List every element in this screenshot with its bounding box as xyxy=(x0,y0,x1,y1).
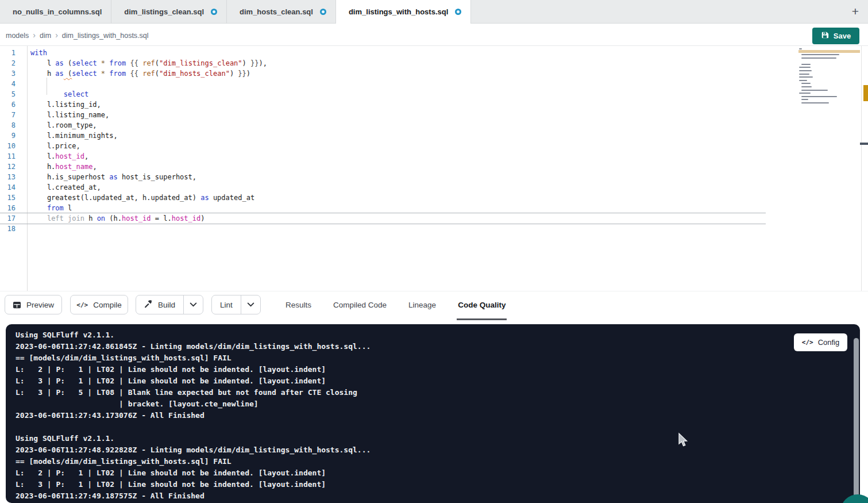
code-token: * xyxy=(101,59,105,67)
terminal-scrollbar[interactable] xyxy=(854,338,859,503)
file-tab[interactable]: dim_listings_with_hosts.sql xyxy=(336,0,471,24)
code-line[interactable]: 16 from l xyxy=(0,203,766,213)
file-tab[interactable]: no_nulls_in_columns.sql xyxy=(0,0,111,24)
code-token: l.minimum_nights, xyxy=(30,132,118,140)
save-button[interactable]: Save xyxy=(812,28,859,44)
preview-button[interactable]: Preview xyxy=(5,295,62,314)
unsaved-changes-icon xyxy=(455,9,461,15)
code-token xyxy=(30,90,64,98)
code-line[interactable]: 18 xyxy=(0,224,766,234)
code-line[interactable]: 17 left join h on (h.host_id = l.host_id… xyxy=(0,213,766,224)
file-tab-bar: no_nulls_in_columns.sqldim_listings_clea… xyxy=(0,0,868,24)
minimap-line xyxy=(799,76,813,78)
code-token: l.price, xyxy=(30,142,80,150)
terminal-line: == [models/dim/dim_listings_with_hosts.s… xyxy=(16,352,371,364)
code-line[interactable]: 5 select xyxy=(0,89,766,99)
code-line[interactable]: 3 h as (select * from {{ ref("dim_hosts_… xyxy=(0,68,766,79)
overview-ruler-cursor-marker[interactable] xyxy=(860,143,868,145)
code-token: l.room_type, xyxy=(30,121,97,129)
code-line[interactable]: 9 l.minimum_nights, xyxy=(0,130,766,141)
code-line[interactable]: 13 h.is_superhost as host_is_superhost, xyxy=(0,172,766,182)
line-number: 8 xyxy=(0,120,27,130)
terminal-line: L: 3 | P: 1 | LT02 | Line should not be … xyxy=(16,479,371,490)
code-token: , xyxy=(84,152,88,160)
terminal-output: Using SQLFluff v2.1.1.2023-06-06T11:27:4… xyxy=(16,329,371,502)
panel-tab-lineage[interactable]: Lineage xyxy=(407,291,437,320)
overview-ruler-separator xyxy=(861,46,862,291)
build-button[interactable]: Build xyxy=(136,295,183,314)
minimap[interactable] xyxy=(798,48,859,163)
code-token xyxy=(30,214,47,222)
code-icon: </> xyxy=(802,339,813,346)
code-text: select xyxy=(27,89,88,99)
code-editor[interactable]: 1with2 l as (select * from {{ ref("dim_l… xyxy=(0,46,868,291)
code-token: l.listing_name, xyxy=(30,111,109,119)
code-line[interactable]: 11 l.host_id, xyxy=(0,151,766,162)
chevron-down-icon xyxy=(247,302,254,307)
code-token: host_is_superhost, xyxy=(118,173,196,181)
file-tab[interactable]: dim_hosts_clean.sql xyxy=(227,0,336,24)
code-line[interactable]: 12 h.host_name, xyxy=(0,162,766,172)
file-tab[interactable]: dim_listings_clean.sql xyxy=(111,0,227,24)
line-number: 10 xyxy=(0,141,27,151)
terminal-line: 2023-06-06T11:27:42.861845Z - Linting mo… xyxy=(16,341,371,352)
compile-button-label: Compile xyxy=(93,301,122,309)
overview-ruler-warning-marker[interactable] xyxy=(863,85,868,101)
minimap-line xyxy=(799,93,811,94)
breadcrumb-separator: › xyxy=(55,30,58,40)
minimap-highlight-band xyxy=(798,50,860,53)
code-text xyxy=(27,79,30,89)
file-tab-label: no_nulls_in_columns.sql xyxy=(13,7,102,16)
unsaved-changes-icon xyxy=(211,9,217,15)
line-number: 7 xyxy=(0,110,27,120)
terminal-line: L: 3 | P: 1 | LT02 | Line should not be … xyxy=(16,375,371,387)
code-text: h as (select * from {{ ref("dim_hosts_cl… xyxy=(27,68,250,79)
code-text: l.price, xyxy=(27,141,80,151)
code-text: l.room_type, xyxy=(27,120,97,130)
code-token: "dim_hosts_clean" xyxy=(159,70,230,78)
lint-dropdown-caret[interactable] xyxy=(241,295,260,314)
preview-button-label: Preview xyxy=(26,301,54,309)
panel-tab-code-quality[interactable]: Code Quality xyxy=(457,291,507,320)
compile-button[interactable]: </> Compile xyxy=(70,295,128,314)
new-tab-button[interactable]: + xyxy=(847,3,863,20)
minimap-line xyxy=(799,70,812,71)
code-token: {{ xyxy=(130,70,138,78)
minimap-line xyxy=(801,90,828,91)
terminal-line: | bracket. [layout.cte_newline] xyxy=(16,398,371,410)
code-line[interactable]: 15 greatest(l.updated_at, h.updated_at) … xyxy=(0,193,766,203)
code-token: left join xyxy=(47,214,84,222)
minimap-line xyxy=(801,54,839,55)
code-token: ref xyxy=(142,59,155,67)
code-line[interactable]: 1with xyxy=(0,48,766,58)
code-token: host_id xyxy=(122,214,151,222)
panel-tab-results[interactable]: Results xyxy=(284,291,313,320)
minimap-line xyxy=(801,57,836,59)
code-token xyxy=(30,204,47,212)
code-token xyxy=(97,59,101,67)
preview-table-icon xyxy=(13,301,21,309)
lint-button[interactable]: Lint xyxy=(212,295,241,314)
line-number: 1 xyxy=(0,48,27,58)
build-dropdown-caret[interactable] xyxy=(183,295,203,314)
code-line[interactable]: 14 l.created_at, xyxy=(0,182,766,193)
code-token: as xyxy=(55,59,63,67)
code-token: ), xyxy=(259,59,267,67)
line-number: 3 xyxy=(0,68,27,79)
panel-tab-compiled-code[interactable]: Compiled Code xyxy=(332,291,388,320)
code-token: select xyxy=(72,59,97,67)
terminal-line: L: 2 | P: 1 | LT02 | Line should not be … xyxy=(16,364,371,375)
code-token: l xyxy=(30,59,55,67)
code-token: ) xyxy=(246,70,250,78)
code-line[interactable]: 8 l.room_type, xyxy=(0,120,766,130)
code-line[interactable]: 6 l.listing_id, xyxy=(0,99,766,110)
code-line[interactable]: 7 l.listing_name, xyxy=(0,110,766,120)
code-token: }} xyxy=(238,70,246,78)
code-line[interactable]: 2 l as (select * from {{ ref("dim_listin… xyxy=(0,58,766,68)
code-line[interactable]: 4 xyxy=(0,79,766,89)
breadcrumb-bar: models›dim›dim_listings_with_hosts.sql xyxy=(0,24,868,46)
code-token: host_name xyxy=(55,163,92,171)
code-token: h xyxy=(84,214,97,222)
config-button[interactable]: </> Config xyxy=(794,333,847,351)
code-line[interactable]: 10 l.price, xyxy=(0,141,766,151)
